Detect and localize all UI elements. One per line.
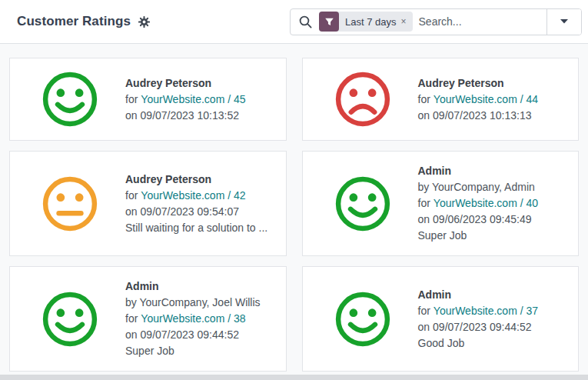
on-label: on (125, 328, 138, 341)
rating-card[interactable]: Audrey Peterson forYourWebsite.com / 45 … (9, 58, 287, 141)
rated-object-link[interactable]: YourWebsite.com / 42 (141, 189, 245, 202)
rating-info: Admin by YourCompany, Admin forYourWebsi… (418, 163, 539, 244)
bottom-strip (0, 375, 588, 380)
feedback-text: Super Job (418, 228, 539, 244)
rating-info: Audrey Peterson forYourWebsite.com / 45 … (125, 75, 246, 124)
page-title: Customer Ratings (17, 14, 131, 29)
rating-card[interactable]: Audrey Peterson forYourWebsite.com / 44 … (302, 58, 580, 141)
rating-info: Audrey Peterson forYourWebsite.com / 42 … (125, 172, 267, 236)
for-label: for (125, 189, 138, 202)
rated-object-link[interactable]: YourWebsite.com / 40 (434, 197, 538, 209)
search-bar: Last 7 days × (290, 8, 582, 35)
rated-on-line: on09/07/2023 09:54:07 (125, 204, 267, 220)
control-panel: Customer Ratings (0, 0, 588, 44)
happy-face-icon (41, 290, 99, 348)
feedback-text: Still waiting for a solution to ... (125, 220, 267, 236)
on-label: on (418, 109, 430, 122)
rating-datetime: 09/07/2023 09:44:52 (433, 321, 531, 333)
customer-name: Admin (418, 287, 539, 303)
rating-card[interactable]: Audrey Peterson forYourWebsite.com / 42 … (9, 151, 287, 256)
search-input[interactable] (419, 15, 546, 28)
rating-datetime: 09/06/2023 09:45:49 (433, 213, 531, 225)
feedback-text: Super Job (125, 343, 261, 359)
on-label: on (418, 213, 430, 225)
rated-on-line: on09/07/2023 10:13:13 (418, 108, 539, 124)
rated-for-line: forYourWebsite.com / 42 (125, 188, 267, 204)
search-main: Last 7 days × (291, 9, 546, 35)
for-label: for (125, 312, 138, 325)
customer-name: Admin (125, 278, 261, 295)
rated-for-line: forYourWebsite.com / 40 (418, 195, 539, 212)
happy-face-icon (334, 290, 392, 348)
facet-label: Last 7 days (339, 16, 401, 28)
facet-remove-button[interactable]: × (401, 17, 413, 26)
rated-for-line: forYourWebsite.com / 38 (125, 311, 261, 327)
customer-name: Audrey Peterson (125, 172, 267, 188)
sad-face-icon (334, 70, 392, 128)
happy-face-icon (41, 70, 99, 128)
customer-name: Audrey Peterson (418, 75, 539, 92)
rated-on-line: on09/07/2023 09:44:52 (418, 319, 539, 335)
rated-by-line: by YourCompany, Joel Willis (125, 295, 261, 311)
customer-name: Admin (418, 163, 539, 179)
rating-datetime: 09/07/2023 09:54:07 (141, 205, 239, 218)
on-label: on (125, 109, 138, 122)
gear-icon[interactable] (138, 15, 151, 28)
ratings-grid: Audrey Peterson forYourWebsite.com / 45 … (0, 44, 588, 375)
rating-card[interactable]: Admin forYourWebsite.com / 37 on09/07/20… (302, 266, 580, 372)
rating-info: Admin forYourWebsite.com / 37 on09/07/20… (418, 287, 539, 352)
feedback-text: Good Job (418, 335, 539, 352)
for-label: for (418, 305, 430, 317)
for-label: for (125, 93, 138, 105)
rating-datetime: 09/07/2023 10:13:13 (433, 109, 531, 122)
on-label: on (125, 205, 138, 218)
rating-card[interactable]: Admin by YourCompany, Joel Willis forYou… (9, 266, 287, 372)
rated-on-line: on09/07/2023 10:13:52 (125, 108, 246, 124)
rated-on-line: on09/06/2023 09:45:49 (418, 212, 539, 228)
rating-info: Audrey Peterson forYourWebsite.com / 44 … (418, 75, 539, 124)
filter-funnel-icon (319, 12, 339, 32)
rated-object-link[interactable]: YourWebsite.com / 44 (434, 93, 538, 105)
rated-by-line: by YourCompany, Admin (418, 179, 539, 195)
rating-datetime: 09/07/2023 09:44:52 (141, 328, 239, 341)
rating-card[interactable]: Admin by YourCompany, Admin forYourWebsi… (302, 151, 580, 256)
search-icon (298, 15, 313, 29)
rated-object-link[interactable]: YourWebsite.com / 37 (434, 305, 538, 317)
rated-for-line: forYourWebsite.com / 37 (418, 303, 539, 319)
rating-info: Admin by YourCompany, Joel Willis forYou… (125, 278, 261, 359)
rated-for-line: forYourWebsite.com / 45 (125, 92, 246, 108)
happy-face-icon (334, 175, 392, 233)
rated-object-link[interactable]: YourWebsite.com / 38 (141, 312, 245, 325)
search-facet: Last 7 days × (319, 12, 413, 32)
rated-on-line: on09/07/2023 09:44:52 (125, 327, 261, 343)
rating-datetime: 09/07/2023 10:13:52 (141, 109, 239, 122)
search-options-toggle[interactable] (546, 9, 581, 35)
for-label: for (418, 93, 430, 105)
customer-name: Audrey Peterson (125, 75, 246, 92)
on-label: on (418, 321, 430, 333)
caret-down-icon (560, 19, 568, 24)
rated-for-line: forYourWebsite.com / 44 (418, 92, 539, 108)
for-label: for (418, 197, 430, 209)
rated-object-link[interactable]: YourWebsite.com / 45 (141, 93, 245, 105)
neutral-face-icon (41, 175, 99, 233)
